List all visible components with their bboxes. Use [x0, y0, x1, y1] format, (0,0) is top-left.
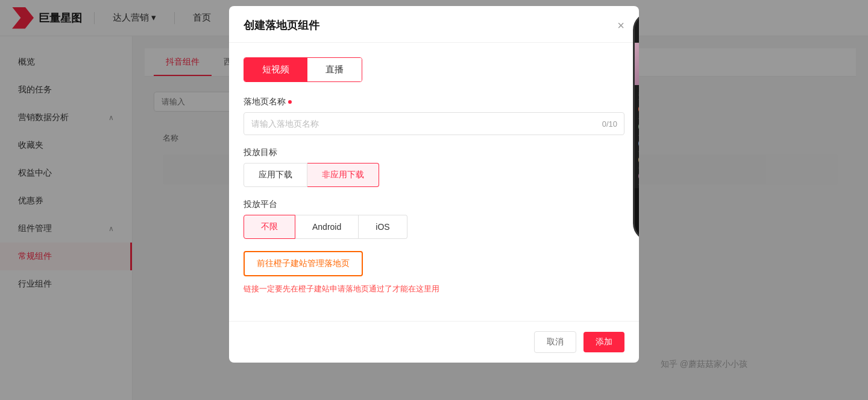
- landing-name-label: 落地页名称: [244, 97, 624, 107]
- modal-title: 创建落地页组件: [244, 18, 319, 33]
- phone-status-bar: Carrier ▾ 9:41 AM ●●●: [635, 14, 639, 27]
- target-app-download[interactable]: 应用下载: [244, 163, 307, 187]
- landing-name-input[interactable]: [244, 112, 624, 135]
- cancel-button[interactable]: 取消: [534, 331, 576, 353]
- comment-row-5: 许许多多的: [638, 168, 639, 185]
- platform-group: 投放平台 不限 Android iOS: [244, 199, 624, 239]
- modal-overlay: 创建落地页组件 × 短视频 直播 落地页名称 0/10: [0, 0, 868, 400]
- add-button[interactable]: 添加: [583, 332, 624, 352]
- platform-all[interactable]: 不限: [244, 215, 295, 239]
- required-indicator: [288, 100, 292, 104]
- target-label: 投放目标: [244, 147, 624, 158]
- create-component-modal: 创建落地页组件 × 短视频 直播 落地页名称 0/10: [229, 6, 639, 363]
- target-non-app-download[interactable]: 非应用下载: [307, 163, 379, 187]
- comment-avatar: [638, 104, 639, 115]
- char-count: 0/10: [602, 119, 617, 129]
- comment-row-1: 爱彼迎 来爱彼迎，相遇不可思议的房源，赢全球房源免费住: [638, 101, 639, 119]
- type-tabs: 短视频 直播: [244, 57, 362, 82]
- landing-name-input-wrapper: 0/10: [244, 112, 624, 135]
- modal-footer: 取消 添加: [229, 321, 639, 363]
- modal-close-button[interactable]: ×: [617, 19, 624, 31]
- type-tab-live[interactable]: 直播: [307, 58, 362, 81]
- comments-panel: 155 条评论 爱彼迎 来爱彼迎，相遇不可思议的房源，赢全球房源免费住 这次玩的…: [635, 85, 639, 188]
- phone-mockup: Carrier ▾ 9:41 AM ●●● 搜索 关注 推荐 LIVE 155 …: [633, 12, 639, 241]
- comments-count: 155 条评论: [638, 89, 639, 100]
- comment-avatar: [638, 154, 639, 165]
- phone-screen: Carrier ▾ 9:41 AM ●●● 搜索 关注 推荐 LIVE 155 …: [635, 14, 639, 240]
- modal-body: 短视频 直播 落地页名称 0/10 投放目标 应用下载 非应用下载: [229, 43, 639, 321]
- orange-site-link-button[interactable]: 前往橙子建站管理落地页: [244, 251, 363, 276]
- landing-name-group: 落地页名称 0/10: [244, 97, 624, 135]
- comment-row-3: 这个1的，都看腻了: [638, 136, 639, 152]
- modal-header: 创建落地页组件 ×: [229, 6, 639, 43]
- warning-text: 链接一定要先在橙子建站申请落地页通过了才能在这里用: [244, 284, 624, 294]
- link-btn-group: 前往橙子建站管理落地页 链接一定要先在橙子建站申请落地页通过了才能在这里用: [244, 251, 624, 294]
- platform-radio-group: 不限 Android iOS: [244, 215, 624, 239]
- platform-android[interactable]: Android: [295, 215, 359, 239]
- comment-row-4: 是的不过我觉得楼主特效有点太夸张了: [638, 152, 639, 168]
- comment-row-2: 这次玩的真心不错，太感谢作者了，给一个大大的赞: [638, 119, 639, 136]
- comment-avatar: [638, 138, 639, 149]
- platform-ios[interactable]: iOS: [359, 215, 407, 239]
- target-radio-group: 应用下载 非应用下载: [244, 163, 624, 187]
- target-group: 投放目标 应用下载 非应用下载: [244, 147, 624, 187]
- comment-avatar: [638, 171, 639, 182]
- type-tab-short-video[interactable]: 短视频: [244, 58, 307, 81]
- comment-avatar: [638, 121, 639, 132]
- phone-nav: 搜索 关注 推荐: [635, 27, 639, 43]
- phone-video-thumbnail: LIVE: [635, 43, 639, 85]
- platform-label: 投放平台: [244, 199, 624, 210]
